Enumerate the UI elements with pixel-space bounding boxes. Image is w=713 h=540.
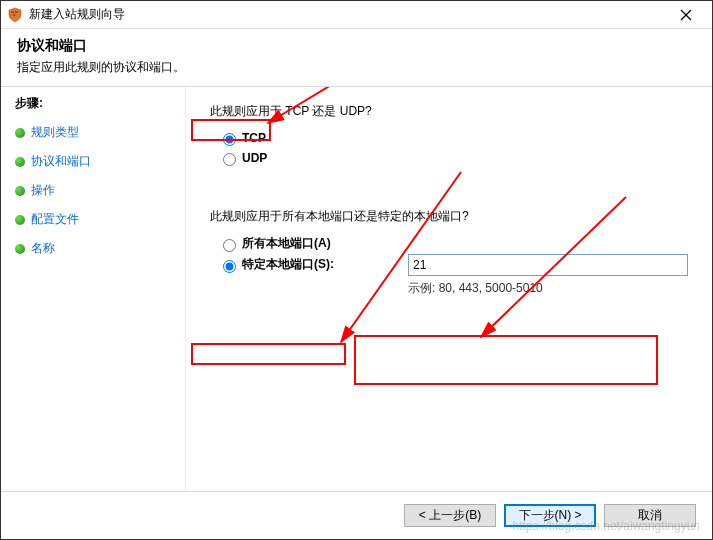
back-button[interactable]: < 上一步(B) (404, 504, 496, 527)
radio-udp[interactable]: UDP (218, 148, 688, 168)
steps-heading: 步骤: (15, 95, 171, 112)
cancel-button[interactable]: 取消 (604, 504, 696, 527)
protocol-question: 此规则应用于 TCP 还是 UDP? (210, 103, 688, 120)
step-bullet-icon (15, 157, 25, 167)
step-label: 名称 (31, 240, 55, 257)
step-action[interactable]: 操作 (15, 176, 171, 205)
specific-ports-input[interactable] (408, 254, 688, 276)
step-bullet-icon (15, 244, 25, 254)
step-label: 协议和端口 (31, 153, 91, 170)
radio-specific-ports-label: 特定本地端口(S): (242, 256, 334, 273)
wizard-footer: < 上一步(B) 下一步(N) > 取消 (1, 491, 712, 539)
radio-tcp-input[interactable] (223, 133, 236, 146)
annotation-box (354, 335, 658, 385)
port-example-text: 示例: 80, 443, 5000-5010 (408, 280, 688, 297)
annotation-box (191, 343, 346, 365)
wizard-window: 新建入站规则向导 协议和端口 指定应用此规则的协议和端口。 步骤: 规则类型 协… (0, 0, 713, 540)
radio-all-ports[interactable]: 所有本地端口(A) (218, 233, 688, 254)
step-profile[interactable]: 配置文件 (15, 205, 171, 234)
protocol-radio-group: TCP UDP (210, 128, 688, 168)
wizard-body: 步骤: 规则类型 协议和端口 操作 配置文件 名称 (1, 87, 712, 491)
page-title: 协议和端口 (17, 37, 696, 55)
next-button[interactable]: 下一步(N) > (504, 504, 596, 527)
step-protocol-ports[interactable]: 协议和端口 (15, 147, 171, 176)
close-button[interactable] (666, 2, 706, 28)
step-bullet-icon (15, 128, 25, 138)
svg-rect-2 (13, 14, 16, 16)
step-label: 操作 (31, 182, 55, 199)
wizard-content: 此规则应用于 TCP 还是 UDP? TCP UDP 此规则应用于所有本地端口还… (186, 87, 712, 491)
radio-tcp-label: TCP (242, 131, 266, 145)
step-bullet-icon (15, 186, 25, 196)
svg-rect-0 (11, 11, 14, 13)
step-label: 规则类型 (31, 124, 79, 141)
radio-udp-input[interactable] (223, 153, 236, 166)
radio-all-ports-input[interactable] (223, 239, 236, 252)
steps-sidebar: 步骤: 规则类型 协议和端口 操作 配置文件 名称 (1, 87, 186, 491)
port-question: 此规则应用于所有本地端口还是特定的本地端口? (210, 208, 688, 225)
step-name[interactable]: 名称 (15, 234, 171, 263)
wizard-header: 协议和端口 指定应用此规则的协议和端口。 (1, 29, 712, 87)
svg-rect-1 (15, 11, 18, 13)
close-icon (680, 9, 692, 21)
page-subtitle: 指定应用此规则的协议和端口。 (17, 59, 696, 76)
firewall-icon (7, 7, 23, 23)
radio-all-ports-label: 所有本地端口(A) (242, 235, 331, 252)
radio-udp-label: UDP (242, 151, 267, 165)
step-rule-type[interactable]: 规则类型 (15, 118, 171, 147)
radio-specific-ports-input[interactable] (223, 260, 236, 273)
step-bullet-icon (15, 215, 25, 225)
step-label: 配置文件 (31, 211, 79, 228)
radio-tcp[interactable]: TCP (218, 128, 688, 148)
port-radio-group: 所有本地端口(A) 特定本地端口(S): 示例: 80, 443, 5000-5… (210, 233, 688, 297)
radio-specific-ports[interactable]: 特定本地端口(S): (218, 254, 378, 275)
titlebar: 新建入站规则向导 (1, 1, 712, 29)
window-title: 新建入站规则向导 (29, 6, 666, 23)
